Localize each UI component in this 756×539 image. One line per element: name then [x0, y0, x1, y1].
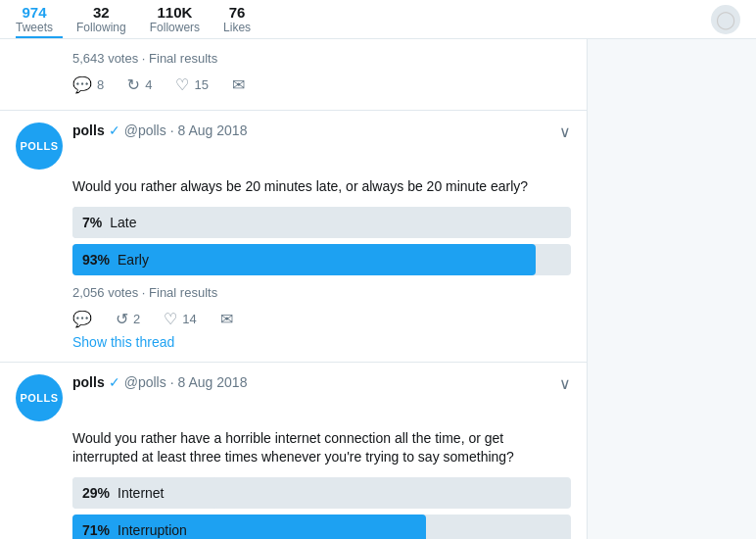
tweet-date-sep-3: · [170, 374, 174, 390]
tweet-actions-2: 💬 ↺ 2 ♡ 14 ✉ [72, 310, 571, 328]
verified-icon-2: ✓ [109, 122, 120, 138]
mail-icon-1: ✉ [232, 75, 245, 94]
tweet-meta-2: polls ✓ @polls · 8 Aug 2018 [72, 122, 559, 138]
show-thread-2[interactable]: Show this thread [72, 334, 571, 350]
profile-avatar[interactable]: ◯ [711, 5, 740, 34]
poll-option-text-3-2: Interruption [118, 522, 187, 538]
poll-3: 29% Internet 71% Interruption [72, 477, 571, 539]
poll-option-text-2-1: Late [110, 215, 136, 230]
mail-button-1[interactable]: ✉ [232, 75, 245, 94]
following-value: 32 [93, 4, 110, 21]
reply-button-1[interactable]: 💬 8 [72, 75, 104, 94]
tweets-value: 974 [22, 4, 46, 21]
like-button-1[interactable]: ♡ 15 [175, 75, 208, 94]
user-handle-2: @polls [124, 122, 166, 138]
tweet-card-2: POLLS polls ✓ @polls · 8 Aug 2018 ∨ Woul… [0, 111, 587, 363]
retweet-count-2: 2 [133, 312, 140, 326]
poll-label-3-1: 29% Internet [72, 485, 174, 501]
poll-2: 7% Late 93% Early [72, 207, 571, 275]
retweet-count-1: 4 [145, 77, 152, 92]
mail-icon-2: ✉ [220, 310, 233, 328]
tweet-meta-3: polls ✓ @polls · 8 Aug 2018 [72, 374, 559, 390]
vote-count-1: 5,643 votes · Final results [72, 51, 571, 66]
following-label: Following [76, 21, 126, 34]
vote-count-2: 2,056 votes · Final results [72, 285, 571, 300]
poll-pct-2-1: 7% [82, 215, 102, 230]
retweet-button-1[interactable]: ↺ 4 [127, 75, 152, 94]
tweet-user-line-3: polls ✓ @polls · 8 Aug 2018 [72, 374, 559, 390]
tweet-date-val-2: 8 Aug 2018 [178, 122, 248, 138]
poll-pct-3-2: 71% [82, 522, 110, 538]
tweet-card-3: POLLS polls ✓ @polls · 8 Aug 2018 ∨ Woul… [0, 363, 587, 539]
tweet-date-2: · [170, 122, 174, 138]
avatar-2: POLLS [16, 122, 63, 170]
tweet-card-partial: 5,643 votes · Final results 💬 8 ↺ 4 ♡ 15… [0, 39, 587, 111]
tweet-user-line-2: polls ✓ @polls · 8 Aug 2018 [72, 122, 559, 138]
poll-label-2-1: 7% Late [72, 215, 146, 230]
chevron-2[interactable]: ∨ [559, 122, 571, 141]
reply-button-2[interactable]: 💬 [72, 310, 92, 328]
tweet-text-3: Would you rather have a horrible interne… [72, 429, 571, 467]
likes-label: Likes [223, 21, 251, 34]
stat-followers[interactable]: 110K Followers [150, 4, 200, 34]
reply-icon-2: 💬 [72, 310, 92, 328]
tweet-header-2: POLLS polls ✓ @polls · 8 Aug 2018 ∨ [16, 122, 571, 170]
reply-icon-1: 💬 [72, 75, 92, 94]
verified-icon-3: ✓ [109, 374, 120, 390]
main-content: 5,643 votes · Final results 💬 8 ↺ 4 ♡ 15… [0, 39, 756, 539]
reply-count-1: 8 [97, 77, 104, 92]
like-button-2[interactable]: ♡ 14 [164, 310, 196, 328]
stat-likes[interactable]: 76 Likes [223, 4, 251, 34]
user-handle-3: @polls [124, 374, 166, 390]
retweet-button-2[interactable]: ↺ 2 [116, 310, 140, 328]
followers-value: 110K [157, 4, 192, 21]
like-count-1: 15 [194, 77, 208, 92]
followers-label: Followers [150, 21, 200, 34]
poll-option-2-1: 7% Late [72, 207, 571, 238]
retweet-icon-2: ↺ [116, 310, 128, 328]
profile-icon-glyph: ◯ [716, 9, 735, 30]
tweet-date-val-3: 8 Aug 2018 [178, 374, 248, 390]
like-count-2: 14 [182, 312, 196, 326]
poll-label-3-2: 71% Interruption [72, 522, 197, 538]
poll-bar-bg-2-1 [72, 207, 571, 238]
tweet-text-2: Would you rather always be 20 minutes la… [72, 177, 571, 197]
mail-button-2[interactable]: ✉ [220, 310, 233, 328]
right-sidebar [588, 39, 756, 539]
poll-option-3-1: 29% Internet [72, 477, 571, 509]
stats-bar: 974 Tweets 32 Following 110K Followers 7… [0, 0, 756, 39]
stat-tweets[interactable]: 974 Tweets [16, 4, 53, 34]
tweet-header-3: POLLS polls ✓ @polls · 8 Aug 2018 ∨ [16, 374, 571, 421]
retweet-icon-1: ↺ [127, 75, 140, 94]
avatar-3: POLLS [16, 374, 63, 421]
likes-value: 76 [229, 4, 246, 21]
poll-pct-3-1: 29% [82, 485, 110, 501]
tweet-actions-1: 💬 8 ↺ 4 ♡ 15 ✉ [72, 75, 571, 94]
poll-option-2-2: 93% Early [72, 244, 571, 275]
user-name-3: polls [72, 374, 105, 390]
tweets-label: Tweets [16, 21, 53, 34]
poll-label-2-2: 93% Early [72, 252, 159, 268]
user-name-2: polls [72, 122, 105, 138]
poll-option-3-2: 71% Interruption [72, 514, 571, 539]
active-underline [16, 36, 63, 38]
poll-option-text-3-1: Internet [118, 485, 164, 501]
poll-option-text-2-2: Early [118, 252, 149, 268]
like-icon-2: ♡ [164, 310, 177, 328]
timeline: 5,643 votes · Final results 💬 8 ↺ 4 ♡ 15… [0, 39, 588, 539]
poll-pct-2-2: 93% [82, 252, 110, 268]
stat-following[interactable]: 32 Following [76, 4, 126, 34]
like-icon-1: ♡ [175, 75, 189, 94]
chevron-3[interactable]: ∨ [559, 374, 571, 393]
